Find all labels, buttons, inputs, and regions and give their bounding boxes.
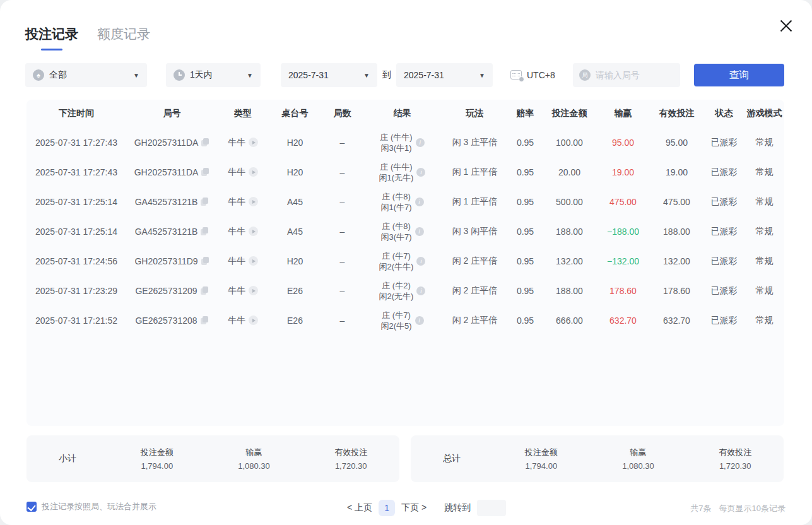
- jump-to-page-input[interactable]: [477, 500, 506, 516]
- timezone-label: UTC+8: [527, 70, 555, 80]
- bet-records-dialog: 投注记录 额度记录 ♠ 全部 ▼ 1天内 ▼ 2025-7-31 ▼ 到 202…: [0, 0, 812, 525]
- copy-icon[interactable]: [201, 138, 209, 147]
- info-icon[interactable]: i: [416, 138, 425, 147]
- cell-result: 庄 (牛7)闲2(牛5)i: [363, 310, 442, 331]
- cell-bet-amount: 132.00: [543, 256, 596, 266]
- play-video-icon[interactable]: [249, 167, 258, 177]
- next-page-button[interactable]: 下页 >: [401, 502, 427, 514]
- timezone-indicator: UTC+8: [510, 69, 555, 81]
- subtotal-valid-value: 1,720.30: [302, 461, 399, 471]
- checkbox-checked-icon[interactable]: [26, 502, 37, 512]
- cell-game-mode: 常规: [744, 137, 784, 148]
- prev-page-button[interactable]: < 上页: [347, 502, 372, 514]
- play-video-icon[interactable]: [249, 138, 258, 147]
- cell-game-mode: 常规: [744, 167, 784, 178]
- date-to-select[interactable]: 2025-7-31 ▼: [396, 63, 493, 87]
- copy-icon[interactable]: [201, 227, 209, 236]
- copy-icon[interactable]: [201, 198, 209, 206]
- cell-game-mode: 常规: [744, 196, 784, 208]
- date-range-select[interactable]: 1天内 ▼: [166, 63, 261, 87]
- info-icon[interactable]: i: [416, 168, 425, 177]
- jump-to-label: 跳转到: [444, 502, 471, 514]
- cell-round-id: GH20257311DA: [126, 138, 218, 148]
- column-header: 玩法: [442, 108, 508, 119]
- info-icon[interactable]: i: [415, 316, 424, 325]
- cell-play: 闲 2 庄平倍: [442, 285, 508, 297]
- column-header: 输赢: [596, 108, 650, 119]
- date-from-select[interactable]: 2025-7-31 ▼: [281, 63, 377, 87]
- game-type-text: 牛牛: [228, 226, 245, 237]
- table-body: 2025-07-31 17:27:43GH20257311DA牛牛H20–庄 (…: [26, 127, 784, 335]
- total-count-label: 共7条: [690, 503, 711, 514]
- cell-odds: 0.95: [508, 227, 543, 237]
- info-icon[interactable]: i: [416, 257, 425, 266]
- round-id-input[interactable]: [596, 70, 665, 80]
- info-icon[interactable]: i: [415, 198, 424, 206]
- round-id-text: GH20257311DA: [134, 167, 199, 177]
- cell-round-count: –: [322, 227, 363, 237]
- total-valid-value: 1,720.30: [686, 461, 784, 471]
- cell-game-type: 牛牛: [218, 137, 268, 148]
- info-icon[interactable]: i: [415, 227, 424, 236]
- result-text: 庄 (牛8)闲3(牛7): [380, 221, 411, 242]
- cell-round-count: –: [322, 197, 363, 207]
- pagination: < 上页 1 下页 > 跳转到: [347, 500, 506, 516]
- current-page-button[interactable]: 1: [379, 500, 395, 516]
- record-stats: 共7条 每页显示10条记录: [690, 503, 786, 514]
- play-video-icon[interactable]: [249, 286, 258, 295]
- total-winloss: 输赢 1,080.30: [590, 447, 687, 471]
- chevron-down-icon: ▼: [127, 72, 139, 79]
- round-id-text: GE2625731208: [135, 316, 197, 326]
- tab-quota-records[interactable]: 额度记录: [97, 25, 150, 50]
- cell-play: 闲 2 庄平倍: [442, 315, 508, 326]
- cell-bet-time: 2025-07-31 17:25:14: [26, 227, 126, 237]
- calendar-clock-icon: [510, 69, 523, 81]
- play-video-icon[interactable]: [249, 256, 258, 266]
- play-video-icon[interactable]: [249, 197, 258, 206]
- column-header: 游戏模式: [744, 108, 784, 119]
- close-icon[interactable]: [778, 18, 794, 34]
- table-header-row: 下注时间局号类型桌台号局数结果玩法赔率投注金额输赢有效投注状态游戏模式: [26, 100, 784, 127]
- cell-winloss: 19.00: [596, 167, 650, 177]
- cell-winloss: 632.70: [596, 316, 650, 326]
- play-video-icon[interactable]: [249, 316, 258, 325]
- subtotal-winloss-value: 1,080.30: [206, 461, 303, 471]
- cell-game-type: 牛牛: [218, 256, 268, 267]
- copy-icon[interactable]: [201, 168, 209, 177]
- result-text: 庄 (牛牛)闲1(无牛): [379, 162, 414, 183]
- cell-valid-bet: 19.00: [650, 167, 703, 177]
- total-box: 总计 投注金额 1,794.00 输赢 1,080.30 有效投注 1,720.…: [411, 435, 784, 482]
- play-video-icon[interactable]: [249, 227, 258, 236]
- subtotal-amount-label: 投注金额: [109, 447, 206, 458]
- cell-round-count: –: [322, 286, 363, 296]
- subtotal-box: 小计 投注金额 1,794.00 输赢 1,080.30 有效投注 1,720.…: [26, 435, 399, 482]
- copy-icon[interactable]: [201, 286, 209, 295]
- table-row: 2025-07-31 17:24:56GH20257311D9牛牛H20–庄 (…: [26, 246, 784, 276]
- merge-display-toggle[interactable]: 投注记录按照局、玩法合并展示: [26, 501, 156, 512]
- search-button[interactable]: 查询: [694, 64, 784, 86]
- game-type-select[interactable]: ♠ 全部 ▼: [25, 63, 147, 87]
- cell-status: 已派彩: [703, 167, 744, 178]
- copy-icon[interactable]: [201, 316, 209, 325]
- game-type-text: 牛牛: [228, 315, 245, 326]
- tab-bar: 投注记录 额度记录: [25, 25, 150, 50]
- subtotal-valid: 有效投注 1,720.30: [302, 447, 399, 471]
- cell-result: 庄 (牛牛)闲1(无牛)i: [363, 162, 442, 183]
- cell-table-no: H20: [268, 138, 322, 148]
- info-icon[interactable]: i: [416, 286, 425, 295]
- tab-bet-records[interactable]: 投注记录: [25, 25, 78, 50]
- cell-status: 已派彩: [703, 285, 744, 297]
- total-valid: 有效投注 1,720.30: [686, 447, 784, 471]
- copy-icon[interactable]: [201, 257, 209, 266]
- cell-status: 已派彩: [703, 315, 744, 326]
- game-type-text: 牛牛: [228, 137, 245, 148]
- cell-result: 庄 (牛2)闲2(无牛)i: [363, 280, 442, 302]
- cell-bet-amount: 100.00: [543, 138, 596, 148]
- chevron-down-icon: ▼: [473, 72, 485, 79]
- cell-bet-time: 2025-07-31 17:21:52: [26, 316, 126, 326]
- result-text: 庄 (牛7)闲2(牛牛): [379, 251, 414, 272]
- cell-bet-time: 2025-07-31 17:27:43: [26, 167, 126, 177]
- game-type-text: 牛牛: [228, 256, 245, 267]
- cell-odds: 0.95: [508, 138, 543, 148]
- game-type-text: 牛牛: [228, 167, 245, 178]
